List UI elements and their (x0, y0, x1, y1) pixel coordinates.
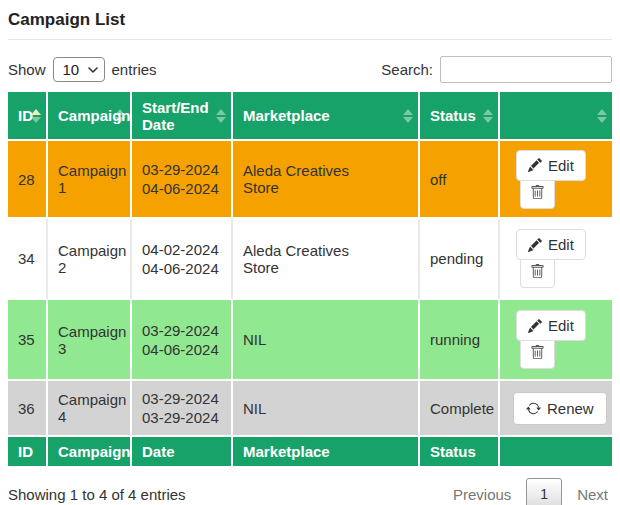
cell-status: off (420, 141, 500, 219)
sort-arrows-icon (31, 109, 41, 123)
table-row: 35 Campaign 3 03-29-2024 04-06-2024 NIL … (8, 300, 612, 381)
cell-actions: Renew (500, 381, 612, 437)
header-actions[interactable] (500, 92, 612, 141)
show-label: Show (8, 61, 46, 78)
renew-button-label: Renew (547, 401, 594, 416)
end-date: 04-06-2024 (142, 179, 221, 198)
cell-id: 28 (8, 141, 48, 219)
edit-button-label: Edit (548, 237, 574, 252)
sort-arrows-icon (403, 109, 413, 123)
cell-dates: 03-29-2024 04-06-2024 (132, 141, 233, 219)
end-date: 03-29-2024 (142, 408, 221, 427)
table-controls: Show 10 entries Search: (8, 56, 612, 83)
entries-label: entries (112, 61, 157, 78)
sort-arrows-icon (216, 109, 226, 123)
footer-header-date: Date (132, 437, 233, 468)
sort-arrows-icon (483, 109, 493, 123)
cell-actions: Edit (500, 300, 612, 381)
start-date: 03-29-2024 (142, 160, 221, 179)
header-campaign[interactable]: Campaign (48, 92, 132, 141)
footer-header-row: ID Campaign Date Marketplace Status (8, 437, 612, 468)
pagination-page-1[interactable]: 1 (526, 478, 562, 505)
cell-marketplace: NIL (233, 300, 420, 381)
trash-icon (530, 345, 545, 360)
header-marketplace[interactable]: Marketplace (233, 92, 420, 141)
pagination-next[interactable]: Next (577, 486, 608, 503)
sort-arrows-icon (115, 109, 125, 123)
start-date: 03-29-2024 (142, 389, 221, 408)
edit-button[interactable]: Edit (516, 229, 586, 260)
refresh-icon (526, 401, 541, 416)
pencil-icon (528, 158, 542, 172)
cell-dates: 04-02-2024 04-06-2024 (132, 219, 233, 300)
end-date: 04-06-2024 (142, 340, 221, 359)
search-control: Search: (381, 56, 612, 83)
pencil-icon (528, 319, 542, 333)
header-id[interactable]: ID (8, 92, 48, 141)
cell-status: pending (420, 219, 500, 300)
footer-header-status: Status (420, 437, 500, 468)
cell-marketplace: NIL (233, 381, 420, 437)
table-row: 36 Campaign 4 03-29-2024 03-29-2024 NIL … (8, 381, 612, 437)
cell-campaign: Campaign 3 (48, 300, 132, 381)
cell-actions: Edit (500, 141, 612, 219)
edit-button[interactable]: Edit (516, 150, 586, 181)
title-divider (8, 39, 612, 40)
cell-campaign: Campaign 1 (48, 141, 132, 219)
footer-header-id: ID (8, 437, 48, 468)
cell-dates: 03-29-2024 04-06-2024 (132, 300, 233, 381)
header-status[interactable]: Status (420, 92, 500, 141)
footer-header-campaign: Campaign (48, 437, 132, 468)
start-date: 04-02-2024 (142, 240, 221, 259)
header-status-label: Status (430, 107, 476, 124)
renew-button[interactable]: Renew (513, 392, 607, 425)
table-footer-header: ID Campaign Date Marketplace Status (8, 437, 612, 468)
cell-campaign: Campaign 2 (48, 219, 132, 300)
table-info-bar: Showing 1 to 4 of 4 entries Previous 1 N… (8, 478, 612, 505)
table-row: 34 Campaign 2 04-02-2024 04-06-2024 Aled… (8, 219, 612, 300)
cell-marketplace: Aleda Creatives Store (233, 219, 420, 300)
search-input[interactable] (440, 56, 612, 83)
header-date-label: Start/End Date (142, 99, 209, 133)
trash-icon (530, 185, 545, 200)
edit-button[interactable]: Edit (516, 310, 586, 341)
cell-campaign: Campaign 4 (48, 381, 132, 437)
entries-select[interactable]: 10 (53, 57, 105, 82)
table-row: 28 Campaign 1 03-29-2024 04-06-2024 Aled… (8, 141, 612, 219)
table-header: ID Campaign Start/End Date Marketplace S… (8, 92, 612, 141)
edit-button-label: Edit (548, 158, 574, 173)
cell-marketplace: Aleda Creatives Store (233, 141, 420, 219)
start-date: 03-29-2024 (142, 321, 221, 340)
pagination-previous[interactable]: Previous (453, 486, 511, 503)
cell-status: Complete (420, 381, 500, 437)
header-marketplace-label: Marketplace (243, 107, 330, 124)
cell-id: 36 (8, 381, 48, 437)
results-summary: Showing 1 to 4 of 4 entries (8, 486, 186, 503)
footer-header-actions (500, 437, 612, 468)
trash-icon (530, 264, 545, 279)
entries-select-wrap: 10 (53, 57, 105, 82)
search-label: Search: (381, 61, 433, 78)
cell-id: 34 (8, 219, 48, 300)
pagination: Previous 1 Next (453, 478, 608, 505)
sort-arrows-icon (597, 109, 607, 123)
cell-actions: Edit (500, 219, 612, 300)
edit-button-label: Edit (548, 318, 574, 333)
page-length-control: Show 10 entries (8, 57, 157, 82)
page-title: Campaign List (8, 10, 612, 30)
pencil-icon (528, 238, 542, 252)
campaign-table: ID Campaign Start/End Date Marketplace S… (8, 92, 612, 468)
cell-dates: 03-29-2024 03-29-2024 (132, 381, 233, 437)
cell-id: 35 (8, 300, 48, 381)
header-date[interactable]: Start/End Date (132, 92, 233, 141)
footer-header-marketplace: Marketplace (233, 437, 420, 468)
end-date: 04-06-2024 (142, 259, 221, 278)
cell-status: running (420, 300, 500, 381)
header-row: ID Campaign Start/End Date Marketplace S… (8, 92, 612, 141)
